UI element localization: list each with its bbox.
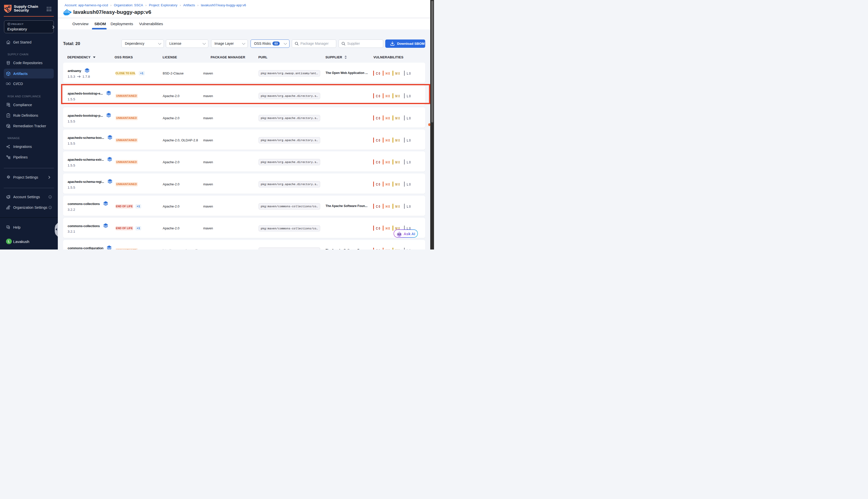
- svg-text:?: ?: [7, 226, 9, 228]
